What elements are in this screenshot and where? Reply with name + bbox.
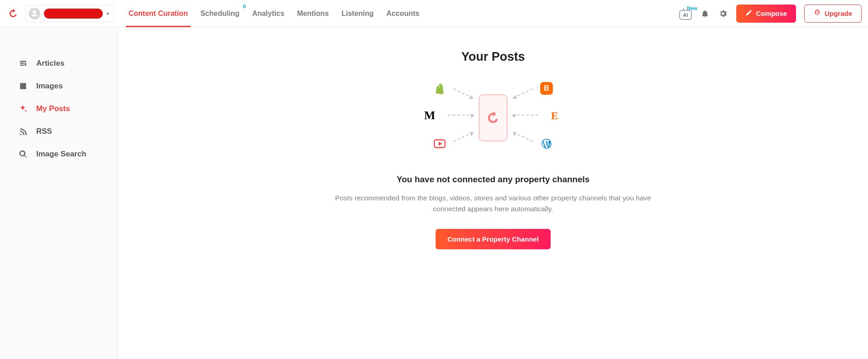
channels-diagram: M B E	[416, 79, 570, 156]
sidebar-item-label: Images	[36, 82, 63, 91]
tab-content-curation[interactable]: Content Curation	[122, 0, 194, 27]
wordpress-icon	[540, 137, 553, 150]
sparkles-icon	[18, 104, 28, 114]
sidebar-item-label: Articles	[36, 59, 64, 68]
youtube-icon	[433, 137, 446, 150]
top-bar: ▾ Content Curation Scheduling 0 Analytic…	[0, 0, 868, 27]
tab-mentions[interactable]: Mentions	[291, 0, 335, 27]
tab-label: Scheduling	[201, 10, 240, 18]
connect-property-button[interactable]: Connect a Property Channel	[436, 229, 551, 249]
empty-state: Your Posts M B E	[335, 50, 652, 249]
sidebar-item-my-posts[interactable]: My Posts	[0, 97, 118, 120]
arrow-icon	[513, 88, 533, 98]
top-right-actions: New AI Compose Upgrade	[679, 5, 862, 23]
tab-label: Mentions	[297, 10, 329, 18]
compose-icon	[745, 9, 753, 18]
upgrade-button[interactable]: Upgrade	[804, 5, 862, 23]
upgrade-label: Upgrade	[825, 10, 852, 17]
tab-scheduling[interactable]: Scheduling 0	[194, 0, 246, 27]
medium-icon: M	[423, 109, 436, 122]
tab-listening[interactable]: Listening	[335, 0, 380, 27]
etsy-icon: E	[548, 109, 561, 122]
sidebar-item-label: My Posts	[36, 104, 70, 113]
main-content: Your Posts M B E	[118, 27, 868, 359]
tab-label: Listening	[341, 10, 374, 18]
sidebar-item-image-search[interactable]: Image Search	[0, 143, 118, 165]
top-nav: Content Curation Scheduling 0 Analytics …	[122, 0, 426, 27]
sidebar-item-label: RSS	[36, 127, 52, 136]
tab-label: Content Curation	[129, 10, 188, 18]
workspace-name	[44, 9, 103, 19]
image-search-icon	[18, 149, 28, 159]
app-card-icon	[479, 94, 508, 141]
app-logo-icon[interactable]	[6, 7, 20, 20]
sidebar-item-rss[interactable]: RSS	[0, 120, 118, 143]
ai-icon: AI	[679, 10, 692, 20]
avatar-icon	[29, 8, 40, 19]
compose-button[interactable]: Compose	[736, 5, 796, 23]
sidebar-item-articles[interactable]: Articles	[0, 52, 118, 75]
arrow-icon	[448, 115, 474, 116]
images-icon	[18, 81, 28, 91]
sidebar: Articles Images My Posts RSS Image Searc…	[0, 27, 118, 359]
rocket-icon	[814, 9, 821, 18]
page-title: Your Posts	[335, 50, 652, 64]
arrow-icon	[453, 132, 473, 142]
rss-icon	[18, 126, 28, 136]
tab-accounts[interactable]: Accounts	[380, 0, 426, 27]
sidebar-item-label: Image Search	[36, 150, 86, 159]
empty-heading: You have not connected any property chan…	[335, 175, 652, 184]
connect-label: Connect a Property Channel	[447, 235, 539, 243]
empty-subtext: Posts recommended from the blogs, videos…	[335, 193, 652, 214]
workspace-dropdown[interactable]: ▾	[25, 5, 114, 22]
sidebar-item-images[interactable]: Images	[0, 75, 118, 97]
blogger-icon: B	[540, 82, 553, 95]
layout: Articles Images My Posts RSS Image Searc…	[0, 27, 868, 359]
tab-label: Accounts	[386, 10, 419, 18]
ai-button[interactable]: New AI	[679, 7, 692, 20]
compose-label: Compose	[756, 10, 787, 17]
shopify-icon	[433, 82, 446, 95]
arrow-icon	[512, 115, 538, 116]
articles-icon	[18, 58, 28, 68]
tab-analytics[interactable]: Analytics	[246, 0, 291, 27]
tab-label: Analytics	[252, 10, 284, 18]
arrow-icon	[513, 132, 533, 142]
chevron-down-icon: ▾	[106, 10, 109, 17]
arrow-icon	[453, 88, 473, 98]
bell-icon[interactable]	[700, 9, 710, 19]
gear-icon[interactable]	[718, 9, 728, 19]
